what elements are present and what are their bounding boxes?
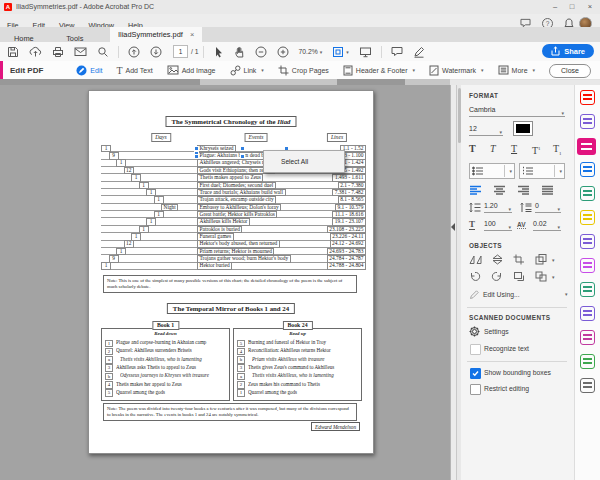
replace-object-button[interactable] — [513, 271, 525, 282]
combine-files-icon[interactable] — [580, 114, 595, 129]
book24-item[interactable]: aThetis visits Akhilleus, who is lamenti… — [237, 372, 359, 380]
close-edit-button[interactable]: Close — [549, 64, 591, 78]
create-pdf-icon[interactable] — [580, 90, 595, 105]
column-header-days[interactable]: Days — [151, 133, 171, 142]
window-close-button[interactable]: × — [583, 2, 597, 12]
align-justify-button[interactable] — [541, 185, 554, 196]
settings-label[interactable]: Settings — [484, 328, 509, 335]
save-icon[interactable] — [7, 46, 19, 58]
day-cell[interactable]: 1 — [101, 262, 111, 270]
header-footer-button[interactable]: Header & Footer▾ — [343, 65, 415, 76]
rotate-left-button[interactable] — [469, 271, 481, 282]
restrict-editing-checkbox[interactable] — [470, 384, 481, 395]
book24-item[interactable]: 3Thetis gives Zeus's command to Akhilleu… — [237, 364, 359, 372]
next-page-icon[interactable] — [150, 46, 162, 58]
search-icon[interactable] — [97, 46, 109, 58]
organize-pages-icon[interactable] — [580, 186, 595, 201]
book1-item[interactable]: aThetis visits Akhilleus, who is lamenti… — [105, 356, 227, 364]
flip-horizontal-button[interactable] — [469, 254, 482, 265]
fit-page-icon[interactable]: ▾ — [332, 46, 349, 58]
context-menu-select-all[interactable]: Select All — [264, 151, 344, 172]
email-icon[interactable] — [74, 46, 87, 57]
page-number-input[interactable]: 1 — [173, 45, 188, 58]
redact-icon[interactable] — [580, 330, 595, 345]
subscript-button[interactable]: T1 — [553, 143, 562, 159]
bullet-list-select[interactable]: ▾ — [469, 163, 515, 179]
paragraph-spacing-select[interactable]: 0▾ — [535, 200, 561, 213]
add-image-button[interactable]: Add Image — [167, 65, 216, 75]
underline-button[interactable]: T — [511, 143, 517, 154]
fill-sign-icon[interactable] — [580, 234, 595, 249]
mirror-note[interactable]: Note: The poem was divided into twenty-f… — [103, 403, 357, 421]
print-icon[interactable] — [52, 46, 64, 58]
book24-item[interactable]: bPriam visits Akhilleus with treasure — [237, 356, 359, 364]
comment-icon[interactable] — [391, 46, 403, 57]
align-center-button[interactable] — [493, 185, 506, 196]
arrange-objects-button[interactable] — [535, 254, 548, 265]
event-cell[interactable]: Hektor buried — [197, 262, 232, 270]
book24-item[interactable]: 1Quarrel among the gods — [237, 389, 359, 397]
align-left-button[interactable] — [469, 185, 482, 196]
zoom-level-select[interactable]: 70.2%▾ — [299, 48, 323, 55]
font-family-select[interactable]: Cambria▾ — [469, 104, 565, 117]
collapse-panel-icon[interactable] — [451, 223, 455, 231]
show-bounding-boxes-checkbox[interactable] — [470, 368, 481, 379]
crop-pages-button[interactable]: Crop Pages — [278, 65, 329, 76]
chronology-note[interactable]: Note: This is one of the simplest of man… — [103, 275, 357, 293]
flip-vertical-button[interactable] — [491, 254, 504, 265]
settings-gear-icon[interactable] — [469, 326, 480, 337]
book1-item[interactable]: bOdysseus journeys to Khryses with treas… — [105, 372, 227, 380]
minimize-button[interactable]: – — [548, 2, 562, 12]
panel-scrollbar[interactable] — [457, 85, 461, 480]
char-spacing-select[interactable]: 0.02▾ — [533, 218, 561, 231]
chronology-title[interactable]: The Symmetrical Chronology of the Iliad — [165, 116, 296, 127]
more-tools-icon[interactable] — [580, 378, 595, 393]
zoom-in-icon[interactable] — [277, 46, 289, 58]
hand-tool-icon[interactable] — [234, 46, 245, 58]
column-header-events[interactable]: Events — [245, 133, 268, 142]
book24-item[interactable]: 5Burning and funeral of Hektor in Troy — [237, 339, 359, 347]
watermark-button[interactable]: Watermark▾ — [429, 65, 483, 76]
align-right-button[interactable] — [517, 185, 530, 196]
previous-page-icon[interactable] — [128, 46, 140, 58]
crop-object-button[interactable] — [513, 254, 525, 265]
book1-item[interactable]: 4Thetis makes her appeal to Zeus — [105, 381, 227, 389]
restrict-editing-label[interactable]: Restrict editing — [484, 385, 529, 392]
optimize-pdf-icon[interactable] — [580, 354, 595, 369]
bold-button[interactable]: T — [469, 143, 476, 154]
add-text-button[interactable]: T Add Text — [116, 65, 152, 76]
select-tool-icon[interactable] — [213, 46, 224, 58]
export-pdf-icon[interactable] — [580, 162, 595, 177]
prepare-form-icon[interactable] — [580, 258, 595, 273]
numbered-list-select[interactable]: ▾ — [519, 163, 565, 179]
author-signature[interactable]: Edward Mendelson — [311, 422, 360, 431]
mirror-title[interactable]: The Temporal Mirror of Books 1 and 24 — [167, 303, 295, 314]
superscript-button[interactable]: T1 — [532, 143, 541, 156]
book24-item[interactable]: 2Zeus makes his command to Thetis — [237, 381, 359, 389]
show-bounding-boxes-label[interactable]: Show bounding boxes — [484, 369, 551, 376]
link-button[interactable]: Link▾ — [230, 65, 264, 76]
edit-button[interactable]: Edit — [76, 65, 102, 76]
tab-close-icon[interactable]: × — [190, 30, 194, 39]
reading-mode-icon[interactable] — [359, 46, 372, 58]
book1-box[interactable]: Book 1 Read down 1Plague and corpse-burn… — [101, 328, 230, 401]
tab-document[interactable]: IliadSymmetries.pdf× — [110, 27, 202, 42]
rotate-right-button[interactable] — [491, 271, 503, 282]
zoom-out-icon[interactable] — [255, 46, 267, 58]
maximize-button[interactable]: □ — [565, 2, 579, 12]
book24-box[interactable]: Book 24 Read up 5Burning and funeral of … — [233, 328, 362, 401]
recognize-text-checkbox[interactable] — [470, 344, 481, 355]
group-objects-button[interactable] — [535, 271, 548, 282]
italic-button[interactable]: T — [490, 143, 496, 154]
share-button[interactable]: Share — [542, 44, 594, 58]
font-color-swatch[interactable] — [513, 121, 533, 136]
comment-tool-icon[interactable] — [580, 210, 595, 225]
edit-using-label[interactable]: Edit Using... — [483, 291, 520, 298]
sign-pen-icon[interactable] — [413, 46, 425, 58]
protect-icon[interactable] — [580, 306, 595, 321]
book24-item[interactable]: 4Reconciliation: Akhilleus returns Hekto… — [237, 347, 359, 355]
book1-item[interactable]: 1Plague and corpse-burning in Akhaian ca… — [105, 339, 227, 347]
line-spacing-select[interactable]: 1.20▾ — [484, 200, 512, 213]
book1-item[interactable]: 2Quarrel: Akhilleus surrenders Briseis — [105, 347, 227, 355]
horizontal-scale-select[interactable]: 100▾ — [484, 218, 512, 231]
